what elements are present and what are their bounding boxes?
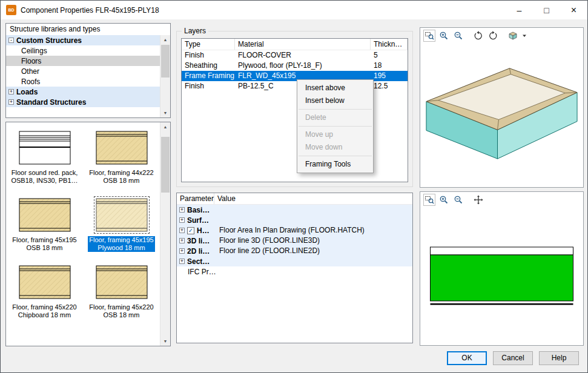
cancel-button[interactable]: Cancel	[493, 351, 533, 365]
tree-scrollbar[interactable]: ▲ ▼	[160, 35, 170, 117]
zoom-out-icon[interactable]	[452, 30, 464, 42]
expand-icon[interactable]: +	[179, 259, 185, 264]
component-properties-dialog: BD Component Properties FLR-45x195-PLY18…	[0, 0, 588, 373]
expand-icon[interactable]: +	[179, 217, 185, 223]
scroll-up-icon[interactable]: ▲	[160, 122, 170, 131]
layered-floor-icon	[19, 131, 71, 165]
parameters-header: Parameter Value	[177, 193, 412, 205]
tree-item-floors[interactable]: Floors	[6, 56, 160, 66]
column-header-parameter[interactable]: Parameter	[177, 193, 214, 204]
menu-item-move-down: Move down	[297, 141, 373, 154]
expand-icon[interactable]: +	[179, 228, 185, 233]
param-row-basic[interactable]: + Basi…	[177, 205, 412, 215]
menu-separator	[299, 126, 372, 127]
render-mode-icon[interactable]	[507, 30, 519, 42]
column-header-thickness[interactable]: Thickn…	[371, 39, 408, 50]
menu-item-delete: Delete	[297, 111, 373, 124]
rotate-left-icon[interactable]	[472, 30, 484, 42]
floor-slab-3d-model	[420, 43, 583, 187]
expand-icon[interactable]: +	[8, 99, 14, 105]
zoom-window-icon[interactable]	[423, 194, 435, 206]
thumbnail-floor-sound-pack[interactable]: Floor sound red. pack, OSB18, INS30, PB1…	[8, 131, 81, 185]
menu-item-move-up: Move up	[297, 128, 373, 141]
rotate-right-icon[interactable]	[487, 30, 499, 42]
column-header-material[interactable]: Material	[235, 39, 371, 50]
preview-2d-canvas[interactable]	[420, 207, 583, 345]
thumbnail-grid: Floor sound red. pack, OSB18, INS30, PB1…	[6, 122, 160, 346]
param-row-section[interactable]: + Sect…	[177, 256, 412, 266]
scrollbar-thumb[interactable]	[161, 137, 170, 193]
tree-item-custom-structures[interactable]: - Custom Structures	[6, 35, 160, 45]
thumbnail-floor-framing-45x195-plywood[interactable]: Floor, framing 45x195 Plywood 18 mm	[85, 198, 158, 252]
app-logo-icon: BD	[6, 5, 16, 15]
maximize-button[interactable]: □	[533, 1, 560, 19]
param-row-2d-line[interactable]: + 2D li… Floor line 2D (FLOOR.LINE2D)	[177, 246, 412, 256]
layers-context-menu: Insert above Insert below Delete Move up…	[297, 79, 374, 173]
menu-item-framing-tools[interactable]: Framing Tools	[297, 158, 373, 171]
title-bar[interactable]: BD Component Properties FLR-45x195-PLY18…	[1, 1, 587, 19]
zoom-window-icon[interactable]	[423, 30, 435, 42]
tree-item-standard-structures[interactable]: + Standard Structures	[6, 97, 160, 107]
framed-floor-icon	[96, 198, 148, 232]
preview-2d-pane	[420, 191, 584, 346]
tree-item-other[interactable]: Other	[6, 66, 160, 76]
menu-separator	[299, 156, 372, 156]
framed-floor-icon	[96, 131, 148, 165]
thumbnail-floor-framing-44x222-osb[interactable]: Floor, framing 44x222 OSB 18 mm	[85, 131, 158, 185]
layers-groupbox: Layers Type Material Thickn… Finish FLOO…	[176, 31, 413, 187]
layer-row-finish-top[interactable]: Finish FLOOR-COVER 5	[182, 50, 408, 61]
column-header-value[interactable]: Value	[214, 193, 412, 204]
expand-icon[interactable]: +	[179, 238, 185, 243]
structure-tree-panel: Structure libraries and types - Custom S…	[5, 23, 171, 118]
structure-library-panel: Floor sound red. pack, OSB18, INS30, PB1…	[5, 122, 171, 346]
collapse-icon[interactable]: -	[8, 38, 14, 43]
expand-icon[interactable]: +	[179, 207, 185, 213]
checkbox-checked-icon[interactable]: ✓	[187, 227, 194, 234]
layers-group-label: Layers	[182, 27, 208, 35]
tree-header: Structure libraries and types	[6, 24, 170, 35]
expand-icon[interactable]: +	[8, 89, 14, 94]
param-row-surface[interactable]: + Surf…	[177, 215, 412, 225]
thumbnail-floor-framing-45x220-osb[interactable]: Floor, framing 45x220 OSB 18 mm	[85, 265, 158, 319]
framed-floor-icon	[96, 265, 148, 299]
framed-floor-icon	[19, 198, 71, 232]
zoom-in-icon[interactable]	[438, 194, 450, 206]
thumbnail-floor-framing-45x195-osb[interactable]: Floor, framing 45x195 OSB 18 mm	[8, 198, 81, 252]
preview-3d-toolbar	[420, 28, 583, 43]
pan-icon[interactable]	[472, 194, 484, 206]
expand-icon[interactable]: +	[179, 248, 185, 254]
menu-item-insert-above[interactable]: Insert above	[297, 82, 373, 94]
framed-floor-icon	[19, 265, 71, 299]
close-button[interactable]: ×	[560, 1, 587, 19]
layer-row-finish-bottom[interactable]: Finish PB-12.5_C 12.5	[182, 81, 408, 91]
library-scrollbar[interactable]: ▲ ▼	[160, 122, 170, 346]
caption-controls: – □ ×	[506, 1, 587, 19]
help-button[interactable]: Help	[539, 351, 579, 365]
scrollbar-thumb[interactable]	[161, 45, 170, 78]
param-row-ifc-properties[interactable]: IFC Pr…	[177, 266, 412, 277]
scroll-down-icon[interactable]: ▼	[160, 108, 170, 117]
zoom-out-icon[interactable]	[452, 194, 464, 206]
menu-item-insert-below[interactable]: Insert below	[297, 94, 373, 107]
layer-row-frame-framing[interactable]: Frame Framing FLR_WD_45x195 195	[182, 71, 408, 81]
menu-separator	[299, 109, 372, 110]
parameters-panel: Parameter Value + Basi… + Surf… + ✓ H… F…	[176, 193, 413, 343]
ok-button[interactable]: OK	[447, 351, 487, 365]
preview-3d-canvas[interactable]	[420, 43, 583, 187]
column-header-type[interactable]: Type	[182, 39, 235, 50]
param-row-3d-line[interactable]: + 3D li… Floor line 3D (FLOOR.LINE3D)	[177, 236, 412, 246]
preview-3d-pane	[420, 27, 584, 188]
tree-item-roofs[interactable]: Roofs	[6, 76, 160, 87]
tree-item-loads[interactable]: + Loads	[6, 87, 160, 97]
zoom-in-icon[interactable]	[438, 30, 450, 42]
layers-table: Type Material Thickn… Finish FLOOR-COVER…	[181, 38, 408, 182]
scroll-down-icon[interactable]: ▼	[160, 337, 170, 346]
tree-item-ceilings[interactable]: Ceilings	[6, 45, 160, 56]
dropdown-caret-icon[interactable]	[521, 30, 527, 42]
param-row-hatch[interactable]: + ✓ H… Floor Area In Plan Drawing (FLOOR…	[177, 225, 412, 236]
thumbnail-floor-framing-45x220-chipboard[interactable]: Floor, framing 45x220 Chipboard 18 mm	[8, 265, 81, 319]
layer-row-sheathing[interactable]: Sheathing Plywood, floor (PLY-18_F) 18	[182, 61, 408, 71]
minimize-button[interactable]: –	[506, 1, 533, 19]
scroll-up-icon[interactable]: ▲	[160, 35, 170, 44]
preview-2d-toolbar	[420, 192, 583, 207]
